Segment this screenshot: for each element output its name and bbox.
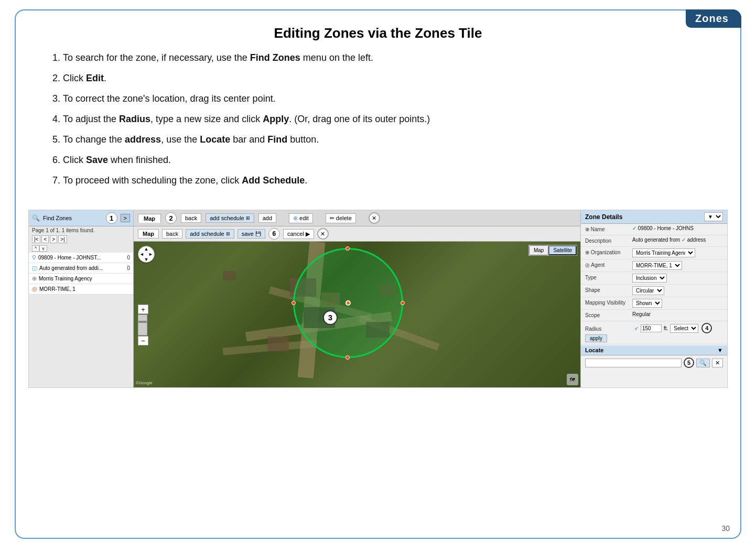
- zone-details-panel: Zone Details ▼ ⊕ Name ✓ 09800 - Home - J…: [580, 210, 727, 387]
- main-container: Zones Editing Zones via the Zones Tile T…: [15, 9, 741, 539]
- zone-auto-name: Auto generated from addi...: [39, 265, 125, 271]
- zone-list-item[interactable]: ◫ Auto generated from addi... 0: [29, 263, 133, 274]
- save-button[interactable]: save 💾: [237, 229, 265, 238]
- zone-list-item[interactable]: ⚲ 09809 - Home - JOHNST... 0: [29, 253, 133, 263]
- pagination-prev[interactable]: <: [41, 235, 49, 243]
- page-number: 30: [721, 524, 730, 533]
- x-button-2[interactable]: ✕: [317, 228, 329, 240]
- map-view[interactable]: 3 Map Satellite ▲ ◄► ▼: [134, 242, 580, 387]
- zoom-in-button[interactable]: +: [138, 305, 148, 314]
- locate-section: Locate ▼ 5 🔍 ✕: [581, 345, 727, 370]
- check-icon-3: ✓: [634, 326, 639, 331]
- page-title: Editing Zones via the Zones Tile: [16, 10, 740, 51]
- bold-address: address: [125, 134, 161, 145]
- nav-circle[interactable]: ▲ ◄► ▼: [138, 246, 155, 263]
- details-row-scope: Scope Regular: [581, 310, 727, 321]
- cancel-button[interactable]: cancel ▶: [283, 229, 314, 239]
- zone-auto-count: 0: [127, 265, 130, 271]
- details-label-radius: Radius: [585, 325, 632, 332]
- zone-details-dropdown[interactable]: ▼: [704, 212, 723, 221]
- locate-search-button[interactable]: 🔍: [696, 359, 710, 367]
- radius-unit: ft.: [664, 326, 668, 331]
- details-row-org: ⊕ Organization Morris Training Agency: [581, 247, 727, 259]
- map-tab-2: Map: [138, 229, 159, 238]
- check-icon-2: ✓: [682, 237, 686, 243]
- map-tab[interactable]: Map: [138, 214, 161, 223]
- left-panel: 🔍 Find Zones 1 > Page 1 of 1. 1 items fo…: [29, 210, 134, 387]
- details-label-org: ⊕ Organization: [585, 248, 632, 255]
- apply-button[interactable]: apply: [585, 334, 607, 342]
- toolbar-top: Map 2 back add schedule ⊞ add ⊕ edit ✏ d…: [134, 210, 580, 226]
- details-agent-select[interactable]: MORR-TIME, 1: [632, 261, 682, 270]
- instruction-2: Click Edit.: [63, 71, 709, 85]
- locate-clear-button[interactable]: ✕: [712, 359, 723, 367]
- add-schedule-button[interactable]: add schedule ⊞: [206, 213, 254, 223]
- zoom-out-button[interactable]: −: [138, 336, 148, 345]
- find-zones-label: Find Zones: [43, 215, 103, 221]
- sort-up[interactable]: ^: [32, 245, 39, 252]
- add-button[interactable]: add: [258, 213, 276, 223]
- zone-morr-name: MORR-TIME, 1: [39, 286, 128, 292]
- zone-edge-dot-4: [345, 246, 350, 251]
- details-row-agent: ◎ Agent MORR-TIME, 1: [581, 259, 727, 272]
- add-schedule-button-2[interactable]: add schedule ⊞: [186, 229, 234, 238]
- zone-list-item[interactable]: ◎ MORR-TIME, 1: [29, 284, 133, 295]
- chevron-down-icon: ▼: [717, 347, 723, 353]
- map-toggle-button[interactable]: Map: [529, 245, 548, 255]
- zone-auto-icon: ◫: [32, 265, 37, 272]
- details-label-description: Description: [585, 237, 632, 244]
- map-satellite-toggle[interactable]: Map Satellite: [528, 245, 577, 256]
- map-overlay-icon: 🗺: [567, 374, 578, 385]
- details-row-type: Type Inclusion: [581, 272, 727, 285]
- map-nav-control[interactable]: ▲ ◄► ▼: [138, 246, 155, 263]
- details-org-select[interactable]: Morris Training Agency: [632, 248, 695, 257]
- zone-org-name: Morris Training Agency: [39, 276, 128, 281]
- locate-input-row: 5 🔍 ✕: [581, 355, 727, 370]
- edit-button[interactable]: ⊕ edit: [289, 213, 313, 223]
- x-button[interactable]: ✕: [369, 212, 380, 224]
- bold-radius: Radius: [119, 114, 150, 124]
- pagination-last[interactable]: >|: [58, 235, 67, 243]
- details-visibility-select[interactable]: Shown: [632, 299, 662, 308]
- details-row-description: Description Auto generated from ✓ addres…: [581, 235, 727, 247]
- zone-list-item[interactable]: ⊕ Morris Training Agency: [29, 274, 133, 284]
- org-icon: ⊕: [585, 250, 589, 255]
- details-value-name: ✓ 09800 - Home - JOHNS: [632, 225, 723, 231]
- check-icon: ✓: [632, 225, 636, 231]
- callout-badge-2: 2: [165, 212, 177, 224]
- sort-down[interactable]: v: [39, 245, 47, 252]
- bold-add-schedule: Add Schedule: [242, 175, 305, 186]
- details-row-shape: Shape Circular: [581, 285, 727, 297]
- back-button-2[interactable]: back: [162, 229, 182, 238]
- instruction-3: To correct the zone's location, drag its…: [63, 92, 709, 106]
- details-row-name: ⊕ Name ✓ 09800 - Home - JOHNS: [581, 224, 727, 235]
- satellite-toggle-button[interactable]: Satellite: [548, 245, 577, 255]
- zone-pin-icon: ⚲: [32, 254, 36, 261]
- back-button[interactable]: back: [181, 213, 201, 223]
- zones-tab: Zones: [686, 9, 741, 28]
- radius-select-button[interactable]: Select: [670, 324, 698, 333]
- radius-input[interactable]: [641, 324, 662, 332]
- pagination-first[interactable]: |<: [32, 235, 40, 243]
- find-zones-header: 🔍 Find Zones 1 >: [29, 210, 133, 226]
- details-value-description: Auto generated from ✓ address: [632, 237, 723, 243]
- zone-count: 0: [127, 255, 130, 261]
- sort-controls: ^ v: [29, 244, 133, 253]
- pagination-next[interactable]: >: [50, 235, 57, 243]
- toolbar-second: Map back add schedule ⊞ save 💾 6 cancel …: [134, 226, 580, 242]
- details-type-select[interactable]: Inclusion: [632, 274, 667, 283]
- find-zones-arrow-button[interactable]: >: [121, 214, 130, 222]
- callout-badge-1: 1: [106, 212, 117, 224]
- zone-edge-dot-1: [401, 301, 405, 305]
- instructions-list: To search for the zone, if necessary, us…: [16, 51, 740, 204]
- search-icon: 🔍: [32, 214, 40, 222]
- map-watermark: ©Google: [136, 381, 153, 385]
- locate-input[interactable]: [585, 359, 682, 367]
- delete-button[interactable]: ✏ delete: [326, 213, 356, 223]
- callout-badge-6: 6: [268, 228, 280, 240]
- details-label-type: Type: [585, 274, 632, 280]
- zone-details-title: Zone Details: [585, 213, 622, 221]
- details-shape-select[interactable]: Circular: [632, 286, 664, 295]
- locate-header: Locate ▼: [581, 345, 727, 355]
- callout-3: 3: [323, 310, 338, 325]
